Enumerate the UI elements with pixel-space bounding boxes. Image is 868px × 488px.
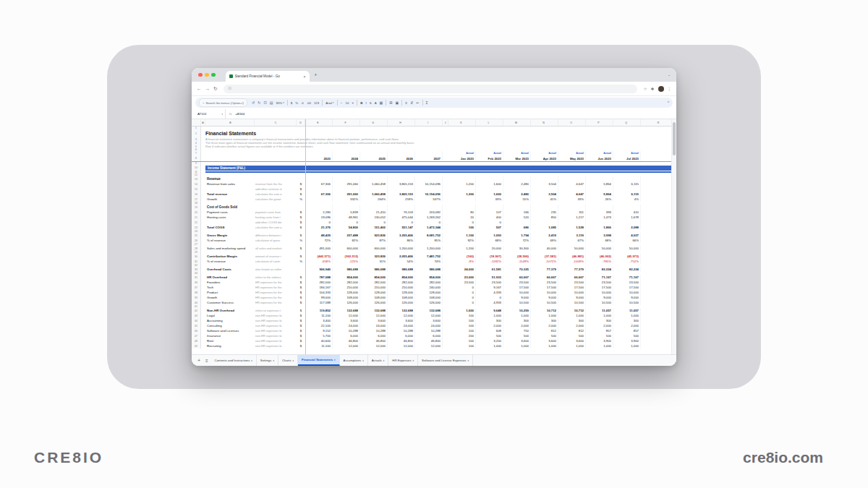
value-cell[interactable]: 1,000 [531,343,558,348]
value-cell[interactable]: 17,500 [503,285,531,290]
value-cell[interactable]: 6,000 [333,333,360,338]
value-cell[interactable]: 23,500 [531,280,558,285]
cell[interactable] [476,176,503,181]
value-cell[interactable]: 10,000 [586,290,613,295]
value-cell[interactable]: 282,000 [388,280,415,285]
value-cell[interactable]: 100 [448,328,476,333]
row-number[interactable]: 2 [192,129,201,137]
year-header-cell[interactable]: 2023 [305,155,333,161]
value-cell[interactable]: 117,588 [305,300,333,305]
value-cell[interactable]: 986,688 [415,267,443,272]
text-wrap-icon[interactable]: ↩ [416,100,419,105]
font-select[interactable]: Arial ▾ [326,101,333,105]
value-cell[interactable]: 10,500 [558,300,586,305]
value-cell[interactable]: 1,200 [448,181,476,187]
value-cell[interactable]: (28,506) [503,254,531,259]
value-cell[interactable]: 12,000 [360,313,388,318]
row-number[interactable]: 38 [192,290,201,295]
value-cell[interactable]: -658% [305,259,333,264]
value-cell[interactable]: 21,410 [360,210,388,215]
value-cell[interactable]: 857 [586,328,613,333]
value-cell[interactable]: 0 [360,220,388,225]
value-cell[interactable]: 100 [448,318,476,323]
cell[interactable] [205,155,255,161]
cell[interactable] [255,176,297,181]
unit-cell[interactable]: $ [297,210,305,215]
value-cell[interactable] [503,220,531,225]
value-cell[interactable]: 24,000 [415,323,443,328]
borders-icon[interactable]: ⊞ [389,100,392,105]
year-header-cell[interactable]: 2024 [333,155,360,161]
value-cell[interactable]: 551,147 [388,225,415,230]
value-cell[interactable]: 0 [448,220,476,225]
value-cell[interactable]: 23,500 [558,280,586,285]
value-cell[interactable]: 4,333 [476,290,503,295]
month-header-cell[interactable]: Jan 2023 [448,155,476,161]
column-header-E[interactable]: E [305,119,333,126]
undo-icon[interactable]: ↺ [252,100,255,105]
value-cell[interactable]: 92% [448,238,476,243]
row-label[interactable]: Hosting costs [205,215,255,220]
name-box[interactable]: AT101 ▾ [195,109,226,119]
decrease-decimal-button[interactable]: .0 [301,101,304,105]
unit-cell[interactable]: $ [297,187,305,192]
value-cell[interactable]: 100 [448,313,476,318]
unit-cell[interactable]: $ [297,181,305,187]
increase-decimal-button[interactable]: .00 [307,101,311,105]
value-cell[interactable]: (45,973) [613,254,641,259]
unit-cell[interactable]: % [297,197,305,202]
row-description[interactable]: also known as indire [255,267,297,272]
value-cell[interactable]: 1,000 [558,343,586,348]
value-cell[interactable]: 82,224 [586,267,613,272]
value-cell[interactable]: 66,667 [531,275,558,280]
row-label[interactable]: Gross Margin [205,233,255,238]
month-header-cell[interactable]: Apr 2023 [531,155,558,161]
row-number[interactable]: 47 [192,333,201,338]
value-cell[interactable]: 500 [476,333,503,338]
value-cell[interactable]: 68% [476,238,503,243]
value-cell[interactable]: 19,096 [305,215,333,220]
value-cell[interactable]: 74% [415,259,443,264]
value-cell[interactable]: 1,600 [476,192,503,197]
value-cell[interactable]: 82,224 [613,267,641,272]
value-cell[interactable]: 40,000 [531,246,558,251]
value-cell[interactable]: 291,060 [333,181,360,187]
sheet-tab-hr-expenses[interactable]: HR Expenses▾ [388,355,418,366]
value-cell[interactable]: 132,688 [415,308,443,313]
value-cell[interactable] [388,187,415,192]
value-cell[interactable]: 10,154,096 [415,181,443,187]
value-cell[interactable]: 1,200 [448,192,476,197]
unit-cell[interactable]: $ [297,343,305,348]
close-window-button[interactable] [198,73,203,77]
column-header-O[interactable]: O [558,119,586,126]
value-cell[interactable]: 48,429 [305,233,333,238]
row-description[interactable]: calculates the sum o [255,225,297,230]
row-number[interactable]: 37 [192,285,201,290]
value-cell[interactable]: 0 [448,285,476,290]
value-cell[interactable]: 108,000 [333,295,360,300]
row-number[interactable]: 44 [192,318,201,323]
value-cell[interactable]: 2,000 [613,323,641,328]
back-icon[interactable]: ← [197,86,202,91]
cell[interactable] [531,205,558,210]
value-cell[interactable]: 126,000 [360,300,388,305]
value-cell[interactable]: 108,000 [415,295,443,300]
column-header-D[interactable]: D [297,119,305,126]
unit-cell[interactable] [297,267,305,272]
value-cell[interactable] [448,187,476,192]
row-label[interactable]: Payment costs [205,210,255,215]
value-cell[interactable]: 3,504 [531,192,558,197]
value-cell[interactable]: 3,600 [388,318,415,323]
value-cell[interactable]: 3,900 [613,338,641,343]
value-cell[interactable]: 0 [448,300,476,305]
row-number[interactable]: 16 [192,192,201,197]
row-label[interactable]: Consulting [205,323,255,328]
unit-cell[interactable]: $ [297,285,305,290]
value-cell[interactable]: 1,269,262 [415,215,443,220]
cell[interactable] [255,205,297,210]
row-label[interactable]: Growth [205,197,255,202]
row-description[interactable]: calculates the growt [255,197,297,202]
site-info-icon[interactable]: ⓘ [228,87,231,90]
value-cell[interactable]: 6,115 [613,181,641,187]
value-cell[interactable]: 1,200,000 [388,246,415,251]
